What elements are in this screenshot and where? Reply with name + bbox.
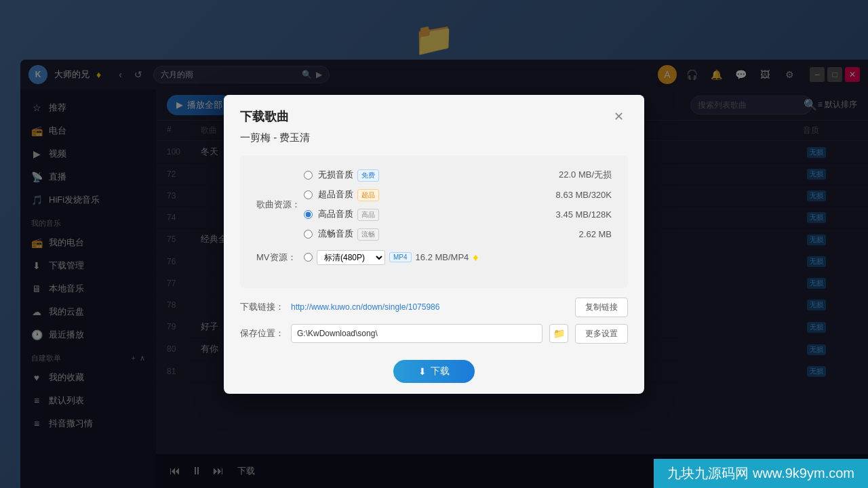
download-icon: ⬇ [418,366,427,377]
dialog-footer: ⬇ 下载 [224,353,644,394]
high-radio[interactable] [304,210,313,219]
watermark: 九块九源码网 www.9k9ym.com [654,459,868,488]
source-label: 歌曲资源： [256,199,304,211]
high-size: 3.45 MB/128K [556,209,612,220]
super-tag: 超品 [357,189,379,201]
mv-source-row: MV资源： 标清(480P) 高清(720P) 超清(1080P) MP4 16… [256,250,612,265]
high-tag: 高品 [357,209,379,221]
dialog-song-name: 一剪梅 - 费玉清 [224,126,644,155]
super-label[interactable]: 超品音质 超品 [318,188,379,201]
mv-label: MV资源： [256,251,304,264]
download-dialog: 下载歌曲 ✕ 一剪梅 - 费玉清 歌曲资源： 无损音质 免费 [224,95,644,394]
mv-size: 16.2 MB/MP4 [416,252,469,262]
smooth-size: 2.62 MB [579,229,612,239]
save-path-input[interactable] [291,324,542,343]
super-option: 超品音质 超品 8.63 MB/320K [304,188,612,201]
dialog-title: 下载歌曲 [240,108,289,125]
folder-browse-button[interactable]: 📁 [549,324,568,343]
dialog-header: 下载歌曲 ✕ [224,95,644,126]
copy-link-button[interactable]: 复制链接 [575,298,628,317]
mv-dropdown: 标清(480P) 高清(720P) 超清(1080P) MP4 16.2 MB/… [304,250,479,265]
song-source-row: 歌曲资源： 无损音质 免费 22.0 MB/无损 [256,169,612,241]
lossless-option: 无损音质 免费 22.0 MB/无损 [304,169,612,182]
mv-resolution-select[interactable]: 标清(480P) 高清(720P) 超清(1080P) [317,250,385,265]
high-label[interactable]: 高品音质 高品 [318,208,379,221]
super-radio[interactable] [304,190,313,199]
lossless-label[interactable]: 无损音质 免费 [318,169,379,182]
dialog-options-body: 歌曲资源： 无损音质 免费 22.0 MB/无损 [240,155,628,288]
mv-diamond-icon: ♦ [473,251,478,264]
link-label: 下载链接： [240,301,284,313]
lossless-size: 22.0 MB/无损 [559,169,612,181]
mv-format-badge: MP4 [389,252,412,262]
mv-radio[interactable] [304,253,313,262]
save-label: 保存位置： [240,327,284,340]
lossless-radio[interactable] [304,171,313,180]
save-path-row: 保存位置： 📁 更多设置 [224,324,644,353]
source-options: 无损音质 免费 22.0 MB/无损 超品音质 超品 8.63 MB/320K [304,169,612,241]
modal-overlay: 下载歌曲 ✕ 一剪梅 - 费玉清 歌曲资源： 无损音质 免费 [0,0,868,488]
lossless-tag: 免费 [357,169,379,182]
super-size: 8.63 MB/320K [556,190,612,200]
download-confirm-button[interactable]: ⬇ 下载 [393,360,475,383]
smooth-label[interactable]: 流畅音质 流畅 [318,228,379,241]
download-link-row: 下载链接： http://www.kuwo.cn/down/single/107… [224,288,644,324]
smooth-option: 流畅音质 流畅 2.62 MB [304,228,612,241]
more-settings-button[interactable]: 更多设置 [575,324,628,344]
link-url: http://www.kuwo.cn/down/single/1075986 [291,302,568,312]
dialog-close-button[interactable]: ✕ [609,107,628,126]
smooth-radio[interactable] [304,230,313,239]
smooth-tag: 流畅 [357,228,379,241]
high-option: 高品音质 高品 3.45 MB/128K [304,208,612,221]
